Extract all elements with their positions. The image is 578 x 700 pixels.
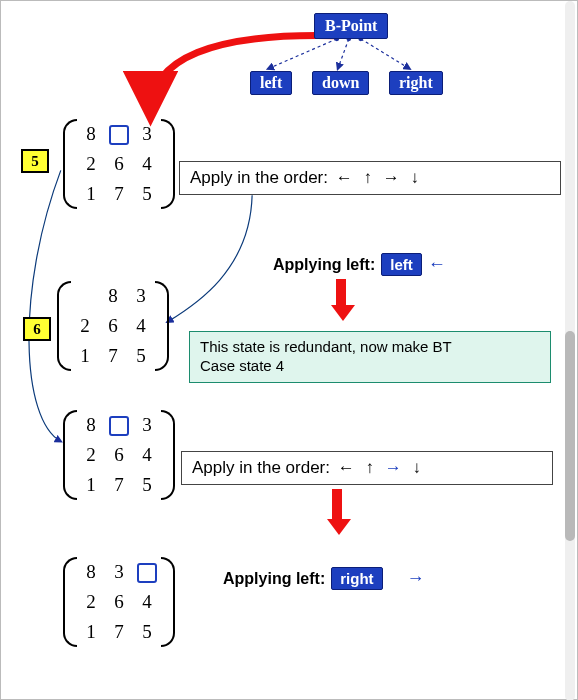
info-box: This state is redundant, now make BT Cas… (189, 331, 551, 383)
matrix-state-7: 83264175 (63, 410, 175, 500)
matrix-state-6: 83264175 (57, 281, 169, 371)
info-line-1: This state is redundant, now make BT (200, 338, 540, 357)
child-right: right (389, 71, 443, 95)
order-box-1: Apply in the order: ← ↑ → ↓ (179, 161, 561, 195)
applying-right: Applying left: right → (223, 567, 425, 590)
svg-line-2 (338, 39, 349, 69)
info-line-2: Case state 4 (200, 357, 540, 376)
blank-tile-icon (137, 563, 157, 583)
red-arrow-2 (327, 489, 347, 535)
blank-tile-icon (109, 416, 129, 436)
order-box-2: Apply in the order: ← ↑ → ↓ (181, 451, 553, 485)
applying-right-label: Applying left: (223, 570, 325, 588)
order-label: Apply in the order: (190, 168, 328, 187)
bpoint-label: B-Point (314, 13, 388, 39)
right-arrow-icon: → (407, 568, 425, 589)
svg-line-3 (361, 39, 410, 69)
order-seq-1: ← ↑ → ↓ (333, 168, 422, 187)
left-arrow-icon: ← (428, 254, 446, 275)
child-left: left (250, 71, 292, 95)
child-down: down (312, 71, 369, 95)
step-box-6: 6 (23, 317, 51, 341)
order-seq-2: ← ↑ → ↓ (335, 458, 424, 477)
applying-left-tag: left (381, 253, 422, 276)
order-label-2: Apply in the order: (192, 458, 330, 477)
red-arrow-1 (331, 279, 351, 321)
scrollbar-thumb[interactable] (565, 331, 575, 541)
blank-tile-icon (109, 125, 129, 145)
applying-left: Applying left: left ← (273, 253, 446, 276)
step-box-5: 5 (21, 149, 49, 173)
applying-left-label: Applying left: (273, 256, 375, 274)
applying-right-tag: right (331, 567, 382, 590)
matrix-state-8: 83264175 (63, 557, 175, 647)
matrix-state-5: 83264175 (63, 119, 175, 209)
svg-line-1 (268, 39, 337, 69)
